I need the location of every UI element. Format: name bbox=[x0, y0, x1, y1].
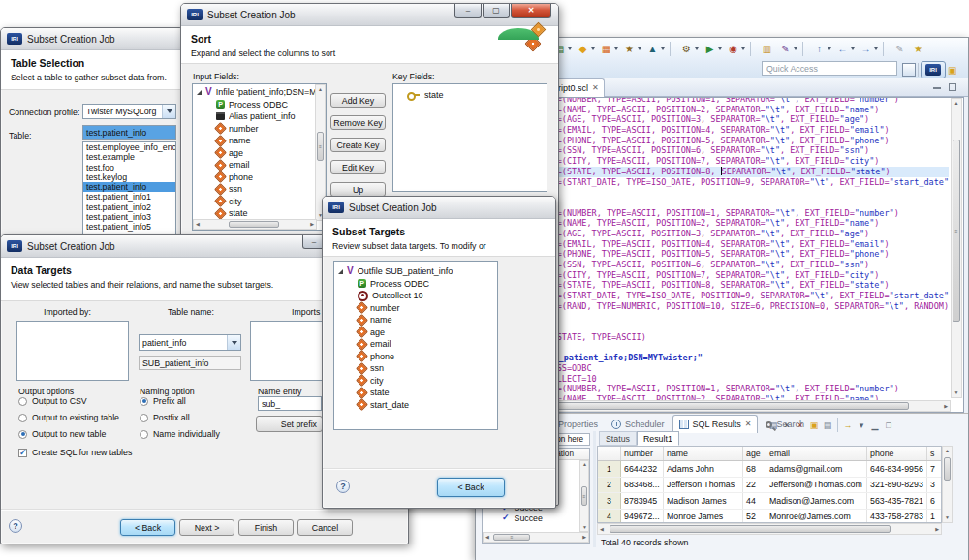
naming-option-radio[interactable]: Prefix all bbox=[140, 396, 186, 406]
key-field-item[interactable]: state bbox=[393, 84, 547, 100]
chevron-down-icon[interactable] bbox=[591, 47, 595, 50]
key-action-button[interactable]: Edit Key bbox=[330, 160, 386, 174]
maximize-view-icon[interactable] bbox=[949, 83, 956, 91]
pin-icon[interactable]: ▤ bbox=[766, 419, 780, 432]
favorites-icon[interactable]: ★ bbox=[620, 42, 643, 56]
tree-item[interactable]: name bbox=[334, 314, 497, 327]
tree-item[interactable]: city bbox=[193, 196, 326, 208]
table-row[interactable]: 2683468...Jefferson Thomas22Jefferson@Th… bbox=[598, 478, 941, 494]
results-column-header[interactable]: number bbox=[621, 447, 664, 460]
table-row[interactable]: 16644232Adams John68adams@gmail.com646-8… bbox=[598, 461, 941, 478]
wizard-button[interactable]: Cancel bbox=[297, 519, 353, 536]
input-fields-tree[interactable]: Infile 'patient_info;DSN=M Process ODBC … bbox=[192, 83, 327, 231]
scroll-down-icon[interactable]: ▼ bbox=[582, 525, 587, 530]
scroll-up-icon[interactable]: ▲ bbox=[318, 87, 323, 92]
scrollbar-thumb[interactable] bbox=[229, 221, 279, 228]
scroll-up-icon[interactable]: ▲ bbox=[954, 101, 959, 106]
tree-item[interactable]: city bbox=[334, 375, 497, 388]
table-list-item[interactable]: test.patient_info2 bbox=[83, 202, 175, 212]
tree-item[interactable]: state bbox=[334, 387, 497, 399]
results-column-header[interactable]: email bbox=[766, 447, 867, 460]
tree-item[interactable]: Alias patient_info bbox=[193, 110, 326, 123]
target-icon[interactable]: ◉ bbox=[724, 42, 747, 56]
highlight-icon[interactable]: ★ bbox=[909, 42, 927, 56]
run-icon[interactable]: ▶ bbox=[701, 42, 724, 56]
name-entry-field[interactable]: sub_ bbox=[258, 396, 322, 411]
scrollbar-thumb[interactable] bbox=[944, 457, 951, 481]
scroll-up-icon[interactable]: ▲ bbox=[582, 462, 587, 467]
create-sql-checkbox[interactable]: Create SQL for new tables bbox=[18, 448, 132, 457]
scroll-left-icon[interactable]: ◀ bbox=[485, 535, 489, 540]
tree-item[interactable]: Outcollect 10 bbox=[334, 290, 497, 302]
wizard-button[interactable]: < Back bbox=[120, 519, 175, 536]
scroll-right-icon[interactable]: ▶ bbox=[935, 527, 939, 532]
chevron-down-icon[interactable] bbox=[828, 47, 831, 50]
scrollbar-thumb[interactable]: ≡ bbox=[317, 132, 324, 161]
chevron-down-icon[interactable] bbox=[227, 335, 240, 350]
forward-icon[interactable]: → bbox=[857, 42, 880, 56]
table-list-item[interactable]: test.patient_info1 bbox=[83, 192, 175, 202]
scrollbar-thumb[interactable]: ≡ bbox=[493, 534, 530, 541]
chevron-down-icon[interactable] bbox=[661, 47, 665, 50]
expand-arrow-icon[interactable] bbox=[338, 269, 343, 274]
tree-horizontal-scrollbar[interactable]: ◀ ▶ bbox=[193, 219, 317, 230]
naming-option-radio[interactable]: Postfix all bbox=[140, 413, 190, 422]
minimize-panel-icon[interactable]: ▁ bbox=[868, 419, 882, 432]
chevron-down-icon[interactable] bbox=[638, 47, 641, 50]
pane-splitter[interactable] bbox=[593, 431, 596, 547]
output-option-radio[interactable]: Output to existing table bbox=[18, 413, 119, 422]
tree-item[interactable]: number bbox=[193, 123, 326, 136]
chevron-down-icon[interactable] bbox=[162, 105, 175, 118]
close-icon[interactable]: ✕ bbox=[592, 84, 599, 92]
chevron-down-icon[interactable] bbox=[718, 47, 722, 50]
view-menu-icon[interactable]: ▾ bbox=[855, 419, 868, 432]
tree-item[interactable]: age bbox=[193, 147, 326, 160]
filter-icon[interactable]: → bbox=[841, 419, 855, 432]
results-column-header[interactable]: s bbox=[927, 447, 942, 460]
tree-item[interactable]: start_date bbox=[334, 399, 497, 412]
chevron-down-icon[interactable] bbox=[614, 47, 618, 50]
terminate-icon[interactable]: × bbox=[780, 419, 794, 432]
tree-item[interactable]: Process ODBC bbox=[193, 99, 326, 111]
status-horizontal-scrollbar[interactable]: ◀ ▶ ≡ bbox=[483, 532, 589, 543]
tree-item[interactable]: phone bbox=[193, 171, 326, 184]
results-vertical-scrollbar[interactable]: ▲ ▼ bbox=[942, 446, 953, 523]
title-bar[interactable]: IRI Subset Creation Job bbox=[323, 197, 555, 219]
iri-perspective-button[interactable]: IRI bbox=[921, 61, 946, 78]
key-action-button[interactable]: Create Key bbox=[330, 138, 386, 152]
results-column-header[interactable]: name bbox=[664, 447, 743, 460]
scroll-left-icon[interactable]: ◀ bbox=[196, 222, 200, 227]
scrollbar-thumb[interactable]: ≡ bbox=[953, 140, 960, 322]
key-action-button[interactable]: Remove Key bbox=[330, 115, 386, 130]
key-fields-list[interactable]: state bbox=[392, 83, 547, 192]
table-row[interactable]: 4949672...Monroe James52Monroe@James.com… bbox=[598, 510, 941, 524]
table-list-item[interactable]: test.keylog bbox=[83, 172, 175, 182]
table-row[interactable]: 38783945Madison James44Madison@James.com… bbox=[598, 493, 941, 510]
tree-item[interactable]: ssn bbox=[193, 183, 326, 196]
remove-all-icon[interactable]: × bbox=[794, 419, 807, 432]
table-list-item[interactable]: test.patient_info3 bbox=[83, 212, 175, 222]
protect-icon[interactable]: ◆ bbox=[574, 42, 597, 56]
open-perspective-icon[interactable] bbox=[902, 63, 916, 77]
set-prefix-button[interactable]: Set prefix bbox=[256, 416, 323, 432]
table-filter-field[interactable]: test.patient_info bbox=[82, 125, 176, 140]
wizard-button[interactable]: Next > bbox=[179, 519, 234, 536]
results-column-header[interactable] bbox=[598, 447, 621, 460]
quick-access-input[interactable] bbox=[762, 61, 897, 76]
migrate-icon[interactable]: ▦ bbox=[597, 42, 620, 56]
result-tab[interactable]: Result1 bbox=[637, 431, 679, 446]
maximize-button[interactable]: ▢ bbox=[483, 4, 510, 18]
table-list-item[interactable]: test.foo bbox=[83, 163, 175, 172]
title-bar[interactable]: IRI Subset Creation Job bbox=[1, 28, 183, 50]
scroll-right-icon[interactable]: ▶ bbox=[582, 535, 586, 540]
scroll-right-icon[interactable]: ▶ bbox=[944, 404, 948, 409]
settings-icon[interactable]: ⚙ bbox=[677, 42, 701, 56]
scrollbar-thumb[interactable]: ≡ bbox=[581, 486, 587, 506]
close-icon[interactable]: ✕ bbox=[745, 420, 752, 428]
tree-item[interactable]: name bbox=[193, 135, 326, 147]
edit-script-icon[interactable]: ✎ bbox=[776, 42, 799, 56]
export-icon[interactable]: ▥ bbox=[758, 42, 776, 56]
key-action-button[interactable]: Up bbox=[330, 182, 386, 197]
tree-item[interactable]: number bbox=[334, 302, 497, 315]
tree-item[interactable]: Process ODBC bbox=[334, 278, 497, 291]
